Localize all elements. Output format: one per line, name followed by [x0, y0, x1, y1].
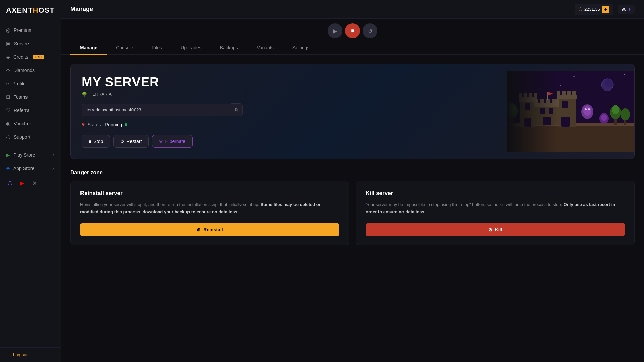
kill-btn-label: Kill — [495, 227, 502, 232]
danger-zone-title: Danger zone — [70, 170, 635, 176]
sidebar-item-label: Servers — [14, 41, 30, 46]
stop-server-button[interactable]: ■ Stop — [82, 135, 110, 148]
reinstall-desc-plain: Reinstalling your server will stop it, a… — [80, 202, 259, 207]
stop-button[interactable]: ■ — [345, 23, 360, 38]
logo-axent: AXENT — [6, 6, 33, 14]
kill-card: Kill server Your server may be impossibl… — [356, 181, 635, 245]
play-button[interactable]: ▶ — [328, 23, 342, 38]
sidebar-item-support[interactable]: ◌ Support — [0, 130, 61, 144]
logout-button[interactable]: → Log out — [0, 347, 61, 362]
user-diamond-icon: ♦ — [628, 7, 631, 12]
hibernate-icon: ❄ — [159, 139, 163, 144]
kill-title: Kill server — [366, 190, 625, 197]
game-icon: 🌳 — [82, 92, 87, 97]
logout-label: Log out — [13, 352, 28, 357]
sidebar-item-voucher[interactable]: ◉ Voucher — [0, 117, 61, 130]
logo-host: H — [33, 6, 39, 14]
status-label: Status: — [88, 122, 102, 127]
logout-icon: → — [6, 352, 10, 357]
status-value: Running — [105, 122, 122, 127]
sidebar-item-referral[interactable]: ♡ Referral — [0, 104, 61, 117]
user-level: 90 — [622, 7, 626, 12]
sidebar-item-label: Voucher — [14, 121, 31, 126]
add-balance-button[interactable]: + — [602, 6, 609, 13]
tab-settings[interactable]: Settings — [283, 41, 319, 54]
server-game: 🌳 TERRARIA — [82, 92, 624, 97]
stop-label: Stop — [93, 139, 103, 144]
sidebar-item-label: Referral — [14, 108, 31, 113]
reinstall-description: Reinstalling your server will stop it, a… — [80, 201, 339, 216]
tabs: Manage Console Files Upgrades Backups Va… — [61, 41, 644, 55]
balance-amount: 2231.35 — [584, 7, 600, 12]
sidebar-item-label: Credits — [13, 54, 28, 60]
app-store-icon: ◈ — [6, 165, 10, 171]
credits-icon: ◈ — [6, 54, 10, 60]
action-buttons: ■ Stop ↺ Restart ❄ Hibernate — [82, 135, 624, 148]
tab-manage[interactable]: Manage — [70, 41, 107, 54]
sidebar-item-label: Diamonds — [13, 68, 35, 73]
balance-display[interactable]: ⬡ 2231.35 + — [575, 4, 613, 15]
youtube-icon[interactable]: ▶ — [18, 179, 26, 187]
server-card: MY SERVER 🌳 TERRARIA terraria.axenthost.… — [70, 64, 635, 159]
tab-upgrades[interactable]: Upgrades — [171, 41, 211, 54]
kill-description: Your server may be impossible to stop us… — [366, 201, 625, 216]
sidebar-item-label: Support — [14, 134, 30, 140]
content-area: MY SERVER 🌳 TERRARIA terraria.axenthost.… — [61, 55, 644, 362]
coin-icon: ⬡ — [579, 7, 582, 12]
stop-icon: ■ — [89, 139, 91, 144]
sidebar-item-teams[interactable]: ⊞ Teams — [0, 90, 61, 104]
servers-icon: ▣ — [6, 41, 11, 47]
restart-button[interactable]: ↺ — [363, 23, 377, 38]
danger-cards: Reinstall server Reinstalling your serve… — [70, 181, 635, 245]
sidebar-item-diamonds[interactable]: ◇ Diamonds — [0, 64, 61, 77]
tab-console[interactable]: Console — [107, 41, 143, 54]
heart-icon: ♥ — [82, 122, 85, 128]
server-name: MY SERVER — [82, 75, 624, 89]
server-info: MY SERVER 🌳 TERRARIA terraria.axenthost.… — [82, 75, 624, 148]
sidebar-item-credits[interactable]: ◈ Credits FREE — [0, 50, 61, 64]
premium-icon: ◎ — [6, 27, 10, 33]
credits-badge: FREE — [33, 55, 44, 59]
sidebar-item-premium[interactable]: ◎ Premium — [0, 23, 61, 37]
kill-desc-plain: Your server may be impossible to stop us… — [366, 202, 562, 207]
hibernate-server-button[interactable]: ❄ Hibernate — [152, 135, 193, 148]
sidebar-divider — [0, 146, 61, 146]
status-row: ♥ Status: Running — [82, 122, 624, 128]
server-address-row: terraria.axenthost.me:40023 ⧉ — [82, 103, 243, 116]
sidebar-item-label: App Store — [13, 166, 34, 171]
restart-label: Restart — [126, 139, 142, 144]
user-display[interactable]: 90 ♦ — [618, 5, 635, 14]
sidebar: AXENTHOST ◎ Premium ▣ Servers ◈ Credits … — [0, 0, 61, 362]
play-store-icon: ▶ — [6, 152, 10, 158]
sidebar-item-app-store[interactable]: ◈ App Store ↗ — [0, 162, 61, 175]
sidebar-item-play-store[interactable]: ▶ Play Store ↗ — [0, 148, 61, 162]
x-icon[interactable]: ✕ — [30, 179, 38, 187]
reinstall-button[interactable]: ⊕ Reinstall — [80, 223, 339, 236]
sidebar-item-servers[interactable]: ▣ Servers — [0, 37, 61, 50]
kill-btn-icon: ⊗ — [488, 227, 492, 232]
tab-variants[interactable]: Variants — [247, 41, 283, 54]
diamonds-icon: ◇ — [6, 67, 10, 73]
sidebar-item-profile[interactable]: ○ Profile — [0, 77, 61, 90]
page-title: Manage — [70, 6, 93, 13]
danger-zone: Danger zone Reinstall server Reinstallin… — [70, 170, 635, 245]
voucher-icon: ◉ — [6, 121, 10, 127]
reinstall-title: Reinstall server — [80, 190, 339, 197]
external-link-icon: ↗ — [52, 153, 55, 157]
discord-icon[interactable]: ⬡ — [6, 179, 14, 187]
kill-button[interactable]: ⊗ Kill — [366, 223, 625, 236]
copy-address-button[interactable]: ⧉ — [231, 103, 243, 116]
reinstall-card: Reinstall server Reinstalling your serve… — [70, 181, 349, 245]
logo: AXENTHOST — [0, 0, 61, 21]
sidebar-item-label: Teams — [14, 94, 28, 100]
tab-files[interactable]: Files — [143, 41, 172, 54]
sidebar-item-label: Premium — [14, 27, 33, 33]
sidebar-item-label: Play Store — [13, 152, 35, 158]
tab-backups[interactable]: Backups — [211, 41, 248, 54]
restart-server-button[interactable]: ↺ Restart — [113, 135, 149, 148]
hibernate-label: Hibernate — [165, 139, 185, 144]
support-icon: ◌ — [6, 134, 10, 140]
sidebar-social: ⬡ ▶ ✕ — [0, 175, 61, 191]
teams-icon: ⊞ — [6, 94, 10, 100]
external-link-icon-2: ↗ — [52, 167, 55, 170]
